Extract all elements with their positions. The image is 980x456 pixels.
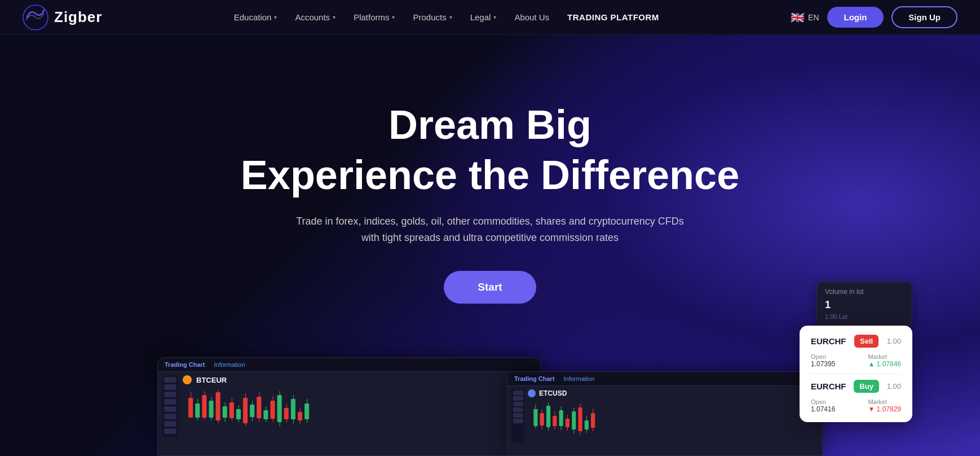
svg-rect-32 (293, 395, 294, 423)
hero-title-line1: Dream Big (241, 103, 739, 147)
svg-rect-26 (273, 396, 273, 422)
trade-lot-2: 1.00 (887, 382, 901, 391)
volume-panel: Volume in lot 1 1.00 Lot (816, 282, 912, 326)
svg-rect-6 (204, 391, 205, 420)
svg-rect-41 (546, 406, 550, 427)
nav-item-education[interactable]: Education ▾ (226, 8, 285, 27)
svg-rect-40 (542, 409, 542, 429)
svg-rect-9 (216, 392, 220, 420)
nav-item-platforms[interactable]: Platforms ▾ (346, 8, 403, 27)
chart-tab-trading[interactable]: Trading Chart (165, 361, 205, 368)
svg-rect-52 (580, 404, 581, 435)
chart-tab-info[interactable]: Information (214, 361, 245, 368)
trade-pair-2: EURCHF (811, 382, 846, 391)
trade-divider (811, 374, 901, 374)
nav-links: Education ▾ Accounts ▾ Platforms ▾ Produ… (102, 8, 791, 27)
nav-item-accounts[interactable]: Accounts ▾ (287, 8, 343, 27)
chevron-down-icon: ▾ (392, 14, 395, 20)
svg-rect-44 (554, 411, 555, 429)
flag-icon: 🇬🇧 (791, 11, 805, 24)
svg-rect-8 (211, 397, 211, 420)
svg-rect-5 (202, 395, 206, 418)
svg-rect-18 (245, 393, 246, 426)
svg-rect-39 (540, 413, 544, 426)
volume-sublabel: 1.00 Lot (825, 313, 904, 320)
svg-rect-21 (257, 397, 261, 418)
buy-button[interactable]: Buy (854, 380, 879, 393)
svg-rect-45 (559, 410, 563, 426)
navigation: Zigber Education ▾ Accounts ▾ Platforms … (0, 0, 980, 35)
svg-rect-28 (280, 391, 280, 426)
secondary-candlestick-chart (528, 399, 818, 443)
svg-rect-4 (197, 399, 198, 420)
svg-rect-33 (298, 412, 302, 420)
svg-rect-50 (573, 407, 574, 433)
main-chart: Trading Chart Information (157, 357, 541, 456)
svg-rect-43 (553, 416, 557, 426)
trade-widget: EURCHF Sell 1.00 Open 1.07395 Market ▲ 1… (800, 326, 912, 422)
svg-rect-42 (548, 402, 549, 431)
nav-item-products[interactable]: Products ▾ (405, 8, 460, 27)
svg-rect-55 (591, 413, 595, 428)
svg-rect-48 (567, 415, 568, 431)
chevron-down-icon: ▾ (493, 14, 496, 20)
svg-rect-11 (223, 406, 227, 418)
svg-rect-7 (209, 401, 213, 418)
secondary-chart: Trading Chart Information ETCUSD (507, 371, 823, 456)
login-button[interactable]: Login (827, 7, 884, 28)
svg-rect-51 (578, 407, 582, 431)
trade-prices-sell: Open 1.07395 Market ▲ 1.07846 (811, 353, 901, 368)
trade-row-buy: EURCHF Buy 1.00 (811, 380, 901, 393)
svg-rect-30 (286, 404, 287, 423)
svg-rect-29 (284, 408, 289, 419)
logo[interactable]: Zigber (23, 5, 102, 30)
svg-rect-56 (593, 409, 593, 431)
svg-rect-46 (561, 406, 562, 430)
signup-button[interactable]: Sign Up (891, 6, 957, 28)
svg-rect-38 (535, 405, 536, 428)
svg-rect-12 (225, 402, 226, 422)
brand-name: Zigber (54, 8, 102, 26)
svg-rect-3 (195, 404, 200, 418)
nav-right: 🇬🇧 EN Login Sign Up (791, 6, 957, 28)
svg-rect-16 (239, 405, 239, 422)
chevron-down-icon: ▾ (274, 14, 277, 20)
language-selector[interactable]: 🇬🇧 EN (791, 11, 819, 24)
svg-rect-25 (270, 401, 275, 419)
hero-section: Dream Big Experience the Difference Trad… (0, 35, 980, 456)
start-button[interactable]: Start (444, 271, 536, 304)
svg-rect-27 (277, 395, 282, 422)
nav-item-legal[interactable]: Legal ▾ (462, 8, 505, 27)
language-label: EN (808, 13, 819, 22)
svg-rect-54 (586, 416, 587, 433)
svg-rect-2 (191, 392, 191, 418)
chevron-down-icon: ▾ (333, 14, 336, 20)
secondary-chart-tab[interactable]: Trading Chart (514, 375, 555, 382)
chevron-down-icon: ▾ (449, 14, 452, 20)
svg-rect-49 (572, 411, 576, 429)
hero-subtitle: Trade in forex, indices, golds, oil, oth… (293, 213, 687, 246)
volume-value: 1 (825, 299, 904, 311)
svg-rect-35 (304, 404, 309, 419)
chart-header: Trading Chart Information (158, 358, 540, 372)
svg-rect-23 (263, 410, 268, 419)
secondary-chart-header: Trading Chart Information (507, 372, 822, 386)
trade-prices-buy: Open 1.07416 Market ▼ 1.07829 (811, 398, 901, 413)
svg-rect-13 (229, 402, 234, 418)
trade-pair-1: EURCHF (811, 336, 846, 346)
svg-rect-15 (236, 409, 241, 419)
svg-rect-10 (218, 389, 219, 423)
hero-title-line2: Experience the Difference (241, 153, 739, 198)
nav-item-about[interactable]: About Us (506, 8, 557, 27)
hero-content: Dream Big Experience the Difference Trad… (241, 103, 739, 304)
nav-item-trading-platform[interactable]: TRADING PLATFORM (559, 8, 667, 27)
candlestick-chart (183, 387, 536, 437)
svg-rect-17 (243, 398, 248, 423)
svg-rect-31 (291, 399, 295, 419)
svg-rect-20 (252, 401, 253, 421)
svg-rect-34 (300, 408, 301, 424)
svg-rect-1 (188, 398, 193, 418)
sell-button[interactable]: Sell (854, 335, 879, 348)
volume-label: Volume in lot (825, 288, 904, 296)
trade-lot-1: 1.00 (887, 337, 901, 345)
